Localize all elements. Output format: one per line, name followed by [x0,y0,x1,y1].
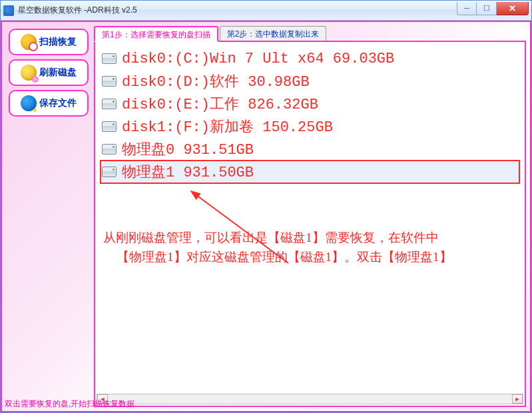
scan-label: 扫描恢复 [39,36,77,48]
titlebar: 星空数据恢复软件 -ADR科技 v2.5 ─ ☐ ✕ [1,1,531,21]
sidebar: 扫描恢复 刷新磁盘 保存文件 [6,26,91,407]
close-button[interactable]: ✕ [497,2,529,15]
disk-label: disk1:(F:)新加卷 150.25GB [122,117,333,137]
disk-row-selected[interactable]: 物理盘1 931.50GB [101,161,519,183]
disk-list-panel: disk0:(C:)Win 7 Ult x64 69.03GB disk0:(D… [94,41,526,407]
annotation-text: 从刚刚磁盘管理，可以看出是【磁盘1】需要恢复，在软件中 【物理盘1】对应这磁盘管… [103,228,511,266]
disk-row[interactable]: 物理盘0 931.51GB [101,138,519,161]
save-files-button[interactable]: 保存文件 [9,90,89,117]
annotation-arrow [188,190,295,270]
tab-step2[interactable]: 第2步：选中数据复制出来 [220,26,327,41]
disk-row[interactable]: disk0:(E:)工作 826.32GB [101,93,519,115]
app-icon [3,5,14,16]
disk-icon [102,121,117,132]
scroll-track[interactable] [108,394,512,404]
step-tabs: 第1步：选择需要恢复的盘扫描 第2步：选中数据复制出来 [94,26,526,41]
refresh-icon [21,65,37,81]
disk-icon [102,53,117,64]
content-area: 第1步：选择需要恢复的盘扫描 第2步：选中数据复制出来 disk0:(C:)Wi… [94,26,526,407]
disk-label: disk0:(C:)Win 7 Ult x64 69.03GB [122,51,394,67]
disk-icon [102,76,117,87]
disk-label: 物理盘1 931.50GB [122,162,254,182]
window-title: 星空数据恢复软件 -ADR科技 v2.5 [18,5,457,16]
refresh-disks-button[interactable]: 刷新磁盘 [9,59,89,86]
scan-recover-button[interactable]: 扫描恢复 [9,29,89,55]
minimize-button[interactable]: ─ [457,2,477,15]
refresh-label: 刷新磁盘 [39,67,77,79]
disk-row[interactable]: disk0:(D:)软件 30.98GB [101,70,519,93]
main-frame: 扫描恢复 刷新磁盘 保存文件 第1步：选择需要恢复的盘扫描 第2步：选中数据复制… [1,21,531,412]
save-icon [21,95,37,111]
disk-row[interactable]: disk0:(C:)Win 7 Ult x64 69.03GB [101,47,519,70]
annotation-line2: 【物理盘1】对应这磁盘管理的【磁盘1】。双击【物理盘1】 [103,248,511,267]
tab-step1[interactable]: 第1步：选择需要恢复的盘扫描 [94,26,218,42]
disk-label: disk0:(E:)工作 826.32GB [122,94,318,114]
disk-icon [102,167,117,177]
save-label: 保存文件 [39,97,77,109]
maximize-button[interactable]: ☐ [477,2,497,15]
status-bar: 双击需要恢复的盘,开始扫描恢复数据 [5,398,134,410]
disk-row[interactable]: disk1:(F:)新加卷 150.25GB [101,115,519,138]
svg-line-0 [196,195,288,263]
disk-icon [102,144,117,155]
disk-label: disk0:(D:)软件 30.98GB [122,71,310,91]
scan-icon [21,34,37,50]
disk-label: 物理盘0 931.51GB [122,139,254,159]
horizontal-scrollbar[interactable]: ◄ ► [97,394,523,404]
annotation-line1: 从刚刚磁盘管理，可以看出是【磁盘1】需要恢复，在软件中 [103,228,511,248]
disk-icon [102,99,117,109]
window-controls: ─ ☐ ✕ [457,2,529,15]
scroll-right-button[interactable]: ► [512,394,523,404]
